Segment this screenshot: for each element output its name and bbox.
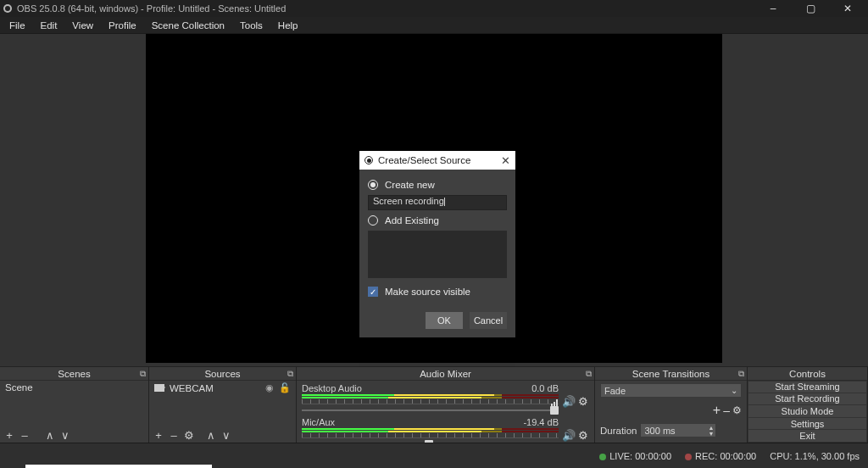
close-button[interactable]: ✕ <box>831 2 865 15</box>
meter-ticks <box>302 399 559 404</box>
status-live: LIVE: 00:00:00 <box>599 451 671 461</box>
dialog-title-bar: Create/Select Source ✕ <box>359 151 515 170</box>
text-caret <box>444 198 445 206</box>
sources-header: Sources ⧉ <box>149 367 296 381</box>
visibility-icon[interactable]: ◉ <box>265 382 274 393</box>
controls-title: Controls <box>789 369 826 379</box>
add-existing-label: Add Existing <box>385 215 439 226</box>
scenes-header: Scenes ⧉ <box>0 367 148 381</box>
checkbox-icon: ✓ <box>368 287 378 297</box>
volume-slider-mic[interactable] <box>302 440 559 443</box>
gear-icon[interactable]: ⚙ <box>577 430 589 442</box>
menu-scene-collection[interactable]: Scene Collection <box>144 20 232 31</box>
speaker-icon[interactable]: 🔊 <box>562 430 574 442</box>
menu-view[interactable]: View <box>64 20 101 31</box>
transitions-panel: Scene Transitions ⧉ Fade⌄ + – ⚙ Duration… <box>595 367 748 443</box>
title-bar: OBS 25.0.8 (64-bit, windows) - Profile: … <box>0 0 868 17</box>
scenes-list[interactable]: Scene <box>0 381 148 428</box>
source-properties-button[interactable]: ⚙ <box>183 429 195 442</box>
source-up-button[interactable]: ∧ <box>205 429 217 442</box>
add-scene-button[interactable]: + <box>3 429 15 442</box>
remove-source-button[interactable]: – <box>168 429 180 442</box>
create-source-dialog: Create/Select Source ✕ Create new Screen… <box>359 151 515 337</box>
scene-item[interactable]: Scene <box>0 381 148 394</box>
status-rec: REC: 00:00:00 <box>685 451 756 461</box>
transition-select[interactable]: Fade⌄ <box>600 383 742 398</box>
menu-edit[interactable]: Edit <box>33 20 65 31</box>
duration-input[interactable]: 300 ms▲▼ <box>640 423 716 437</box>
add-transition-button[interactable]: + <box>713 403 721 418</box>
gear-icon[interactable]: ⚙ <box>577 396 589 408</box>
lock-icon[interactable]: 🔓 <box>279 382 291 393</box>
source-item-controls: ◉ 🔓 <box>265 382 291 393</box>
transitions-title: Scene Transitions <box>632 369 709 379</box>
spinner-icon[interactable]: ▲▼ <box>709 425 715 437</box>
audio-mixer-panel: Audio Mixer ⧉ Desktop Audio0.0 dB 🔊 ⚙ Mi… <box>297 367 595 443</box>
transitions-body: Fade⌄ + – ⚙ Duration 300 ms▲▼ <box>595 381 747 443</box>
meter-ticks <box>302 433 559 438</box>
studio-mode-button[interactable]: Studio Mode <box>748 405 867 418</box>
close-icon[interactable]: ✕ <box>501 154 510 167</box>
mixer-channel-mic: Mic/Aux-19.4 dB 🔊 ⚙ <box>297 415 594 443</box>
source-item-label: WEBCAM <box>170 383 214 393</box>
minimize-button[interactable]: – <box>756 2 790 15</box>
menu-file[interactable]: File <box>2 20 33 31</box>
channel-name: Desktop Audio <box>302 383 362 393</box>
volume-slider-desktop[interactable] <box>302 406 559 415</box>
transition-gear-icon[interactable]: ⚙ <box>732 404 742 416</box>
menu-bar: File Edit View Profile Scene Collection … <box>0 17 868 34</box>
channel-db: 0.0 dB <box>531 383 559 393</box>
exit-button[interactable]: Exit <box>748 430 867 443</box>
popout-icon[interactable]: ⧉ <box>140 369 146 379</box>
menu-profile[interactable]: Profile <box>101 20 144 31</box>
duration-value: 300 ms <box>644 426 675 436</box>
scene-up-button[interactable]: ∧ <box>44 429 56 442</box>
settings-button[interactable]: Settings <box>748 418 867 431</box>
mixer-header: Audio Mixer ⧉ <box>297 367 594 381</box>
start-recording-button[interactable]: Start Recording <box>748 393 867 406</box>
menu-help[interactable]: Help <box>270 20 306 31</box>
scenes-toolbar: + – ∧ ∨ <box>0 428 148 443</box>
chevron-down-icon: ⌄ <box>731 386 737 395</box>
radio-icon <box>368 215 378 226</box>
controls-header: Controls <box>748 367 867 381</box>
add-source-button[interactable]: + <box>153 429 164 442</box>
speaker-icon[interactable]: 🔊 <box>562 396 574 408</box>
transition-selected-label: Fade <box>604 386 626 396</box>
window-title: OBS 25.0.8 (64-bit, windows) - Profile: … <box>17 3 286 14</box>
live-dot-icon <box>599 454 606 460</box>
source-name-value: Screen recording <box>373 196 444 206</box>
start-streaming-button[interactable]: Start Streaming <box>748 381 867 393</box>
menu-tools[interactable]: Tools <box>232 20 270 31</box>
window-controls: – ▢ ✕ <box>756 2 865 15</box>
maximize-button[interactable]: ▢ <box>793 2 827 15</box>
source-item[interactable]: WEBCAM ◉ 🔓 <box>149 381 296 395</box>
dialog-body: Create new Screen recording Add Existing… <box>359 170 515 307</box>
transitions-header: Scene Transitions ⧉ <box>595 367 747 381</box>
source-name-input[interactable]: Screen recording <box>368 195 507 210</box>
ok-button[interactable]: OK <box>426 312 463 329</box>
create-new-label: Create new <box>385 180 435 190</box>
create-new-radio[interactable]: Create new <box>368 178 507 192</box>
make-visible-checkbox[interactable]: ✓ Make source visible <box>368 281 507 298</box>
mixer-body: Desktop Audio0.0 dB 🔊 ⚙ Mic/Aux-19.4 dB … <box>297 381 594 443</box>
sources-list[interactable]: WEBCAM ◉ 🔓 <box>149 381 296 428</box>
channel-name: Mic/Aux <box>302 417 335 427</box>
popout-icon[interactable]: ⧉ <box>287 369 293 379</box>
remove-scene-button[interactable]: – <box>19 429 31 442</box>
cancel-button[interactable]: Cancel <box>470 312 507 329</box>
mixer-channel-desktop: Desktop Audio0.0 dB 🔊 ⚙ <box>297 381 594 415</box>
source-down-button[interactable]: ∨ <box>220 429 232 442</box>
popout-icon[interactable]: ⧉ <box>738 369 744 379</box>
scenes-panel: Scenes ⧉ Scene + – ∧ ∨ <box>0 367 149 443</box>
sources-panel: Sources ⧉ WEBCAM ◉ 🔓 + – ⚙ ∧ ∨ <box>149 367 297 443</box>
dialog-buttons: OK Cancel <box>359 307 515 337</box>
add-existing-radio[interactable]: Add Existing <box>368 214 507 227</box>
scene-down-button[interactable]: ∨ <box>59 429 71 442</box>
popout-icon[interactable]: ⧉ <box>586 369 592 379</box>
existing-sources-list[interactable] <box>368 231 507 278</box>
controls-panel: Controls Start Streaming Start Recording… <box>748 367 868 443</box>
sources-title: Sources <box>204 369 240 379</box>
mixer-title: Audio Mixer <box>420 369 471 379</box>
remove-transition-button[interactable]: – <box>723 404 730 417</box>
